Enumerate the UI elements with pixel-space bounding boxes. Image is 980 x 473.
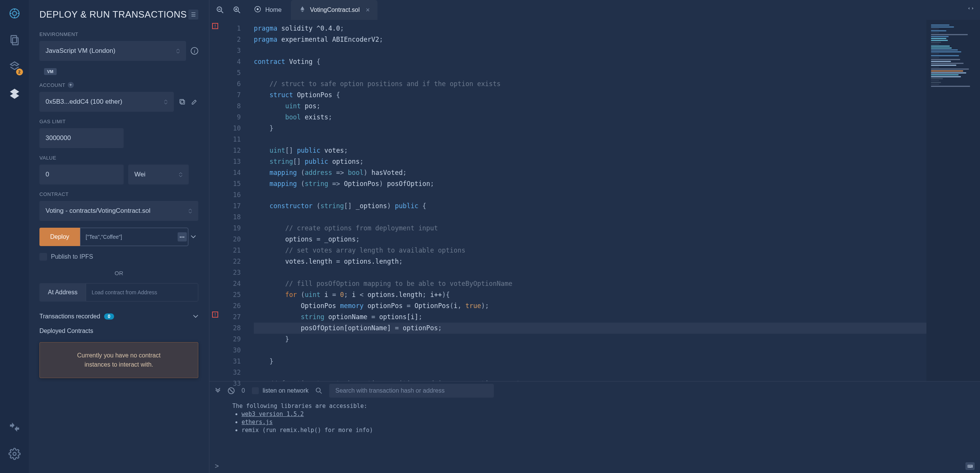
pending-tx-count: 0 [242,387,245,394]
file-explorer-icon[interactable] [7,33,22,48]
svg-point-4 [13,452,16,455]
contract-label: CONTRACT [39,191,198,197]
svg-rect-2 [11,36,16,43]
env-label: ENVIRONMENT [39,31,198,37]
deploy-chevron-icon[interactable] [188,228,198,246]
settings-icon[interactable] [7,446,22,462]
maximize-editor-icon[interactable] [967,7,975,13]
listen-network-checkbox[interactable]: listen on network [252,387,309,394]
svg-rect-8 [180,99,184,103]
chevron-updown-icon [188,209,192,214]
edit-account-icon[interactable] [191,98,198,106]
panel-title: DEPLOY & RUN TRANSACTIONS [39,9,187,20]
line-number-gutter: 1234567891011121314151617181920212223242… [221,20,246,381]
error-marker-gutter: !! [209,20,221,381]
svg-rect-7 [181,100,185,104]
minimap[interactable] [926,20,980,381]
gas-input[interactable]: 3000000 [39,128,124,148]
add-account-icon[interactable]: + [68,82,74,88]
deploy-args-input[interactable]: ["Tea","Coffee"] [80,228,188,246]
at-address-button[interactable]: At Address [39,283,86,302]
plugin-manager-icon[interactable] [7,419,22,435]
deploy-button[interactable]: Deploy [39,228,80,246]
remix-logo-icon[interactable] [7,6,22,21]
svg-point-14 [316,388,320,392]
env-value: JavaScript VM (London) [46,47,115,55]
tab-home-label: Home [265,7,282,13]
copy-account-icon[interactable] [178,98,186,106]
zoom-out-icon[interactable] [212,2,228,18]
chevron-down-icon [193,315,198,318]
or-divider: OR [39,270,198,276]
deployed-contracts-label: Deployed Contracts [39,328,198,334]
editor-tab-bar: Home VotingContract.sol × [209,0,980,20]
terminal-panel: 0 listen on network Search with transact… [209,381,980,473]
value-input[interactable]: 0 [39,165,124,184]
deploy-run-icon[interactable] [7,86,22,101]
home-tab-icon [254,5,261,15]
chevron-updown-icon [164,99,168,104]
terminal-output: The following libraries are accessible: … [209,400,980,459]
code-content[interactable]: pragma solidity ^0.4.0;pragma experiment… [246,20,926,381]
account-label: ACCOUNT + [39,82,198,88]
compiler-badge: 2 [16,69,23,75]
env-info-icon[interactable]: i [191,47,198,55]
panel-docs-icon[interactable]: ☰ [188,10,198,20]
svg-point-12 [257,8,259,10]
gas-label: GAS LIMIT [39,119,198,124]
value-label: VALUE [39,155,198,161]
tx-recorded-label: Transactions recorded [39,313,100,320]
account-value: 0x5B3...eddC4 (100 ether) [46,98,122,106]
value-unit-select[interactable]: Wei [128,165,189,184]
at-address-input[interactable]: Load contract from Address [86,283,198,302]
expand-args-icon[interactable]: ••• [178,232,187,241]
chevron-updown-icon [179,172,183,177]
tx-recorded-count: 0 [104,313,114,320]
contract-select[interactable]: Voting - contracts/VotingContract.sol [39,201,198,221]
icon-rail: 2 [0,0,29,473]
deploy-panel: DEPLOY & RUN TRANSACTIONS ☰ ENVIRONMENT … [29,0,209,473]
terminal-search-icon[interactable] [315,387,322,394]
env-select[interactable]: JavaScript VM (London) [39,41,186,61]
solidity-file-icon [299,5,306,15]
ethers-link[interactable]: ethers.js [242,419,273,426]
account-select[interactable]: 0x5B3...eddC4 (100 ether) [39,92,174,112]
zoom-in-icon[interactable] [229,2,245,18]
keyboard-icon[interactable]: ⌨ [965,462,975,470]
compiler-icon[interactable]: 2 [7,59,22,75]
terminal-prompt[interactable]: > ⌨ [209,459,980,473]
code-editor[interactable]: !! 1234567891011121314151617181920212223… [209,20,980,381]
svg-rect-3 [12,38,18,45]
chevron-updown-icon [176,49,180,54]
remix-help-line: remix (run remix.help() for more info) [242,426,965,434]
svg-text:i: i [194,48,195,54]
svg-point-1 [12,11,16,16]
no-contracts-notice: Currently you have no contract instances… [39,342,198,378]
vm-badge: VM [44,68,57,75]
publish-ipfs-checkbox[interactable]: Publish to IPFS [39,253,198,261]
terminal-search-input[interactable]: Search with transaction hash or address [329,384,494,398]
tab-home[interactable]: Home [246,0,289,20]
terminal-toolbar: 0 listen on network Search with transact… [209,382,980,400]
listen-label: listen on network [263,387,309,394]
tab-file-label: VotingContract.sol [310,7,360,13]
web3-link[interactable]: web3 version 1.5.2 [242,411,304,418]
close-tab-icon[interactable]: × [366,6,370,14]
main-area: Home VotingContract.sol × !! 12345678910… [209,0,980,473]
publish-label: Publish to IPFS [51,253,93,260]
tx-recorded-toggle[interactable]: Transactions recorded 0 [39,313,198,320]
tab-file[interactable]: VotingContract.sol × [291,0,377,20]
